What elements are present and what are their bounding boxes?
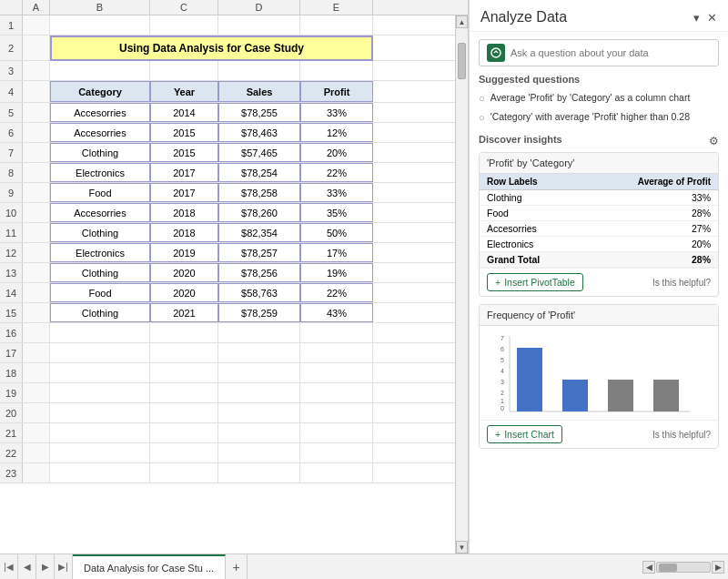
analyze-panel: Analyze Data ▾ ✕ Suggested questions — [469, 0, 728, 554]
insert-chart-button[interactable]: + Insert Chart — [487, 425, 562, 443]
vertical-scrollbar[interactable]: ▲ ▼ — [455, 15, 468, 554]
pivot-cell-accesorries-val: 27% — [583, 221, 718, 237]
suggested-question-2[interactable]: ○ 'Category' with average 'Profit' highe… — [479, 107, 719, 127]
row-num-4: 4 — [0, 81, 23, 102]
table-row: 2 Using Data Analysis for Case Study — [0, 36, 455, 61]
cell-a4[interactable] — [23, 81, 50, 102]
close-icon[interactable]: ✕ — [707, 11, 717, 25]
question-text-2: 'Category' with average 'Profit' higher … — [490, 111, 690, 122]
bar-chart-area: 7 6 5 4 3 2 1 0 — [480, 326, 718, 420]
hscroll-thumb[interactable] — [659, 564, 677, 572]
cell-d3[interactable] — [218, 61, 300, 80]
pivot-cell-clothing-val: 33% — [583, 190, 718, 206]
pivot-row-electronics: Electronics 20% — [480, 237, 718, 252]
table-row: 8 Electronics 2017 $78,254 22% — [0, 163, 455, 183]
insert-pivot-label: Insert PivotTable — [504, 277, 575, 288]
svg-text:2: 2 — [500, 390, 504, 396]
row-num-3: 3 — [0, 61, 23, 80]
table-row: 12 Electronics 2019 $78,257 17% — [0, 243, 455, 263]
table-row: 17 — [0, 343, 455, 363]
table-row: 1 — [0, 15, 455, 36]
cell-e1[interactable] — [300, 15, 373, 35]
cell-a3[interactable] — [23, 61, 50, 80]
col-header-year[interactable]: Year — [150, 81, 218, 102]
analyze-title: Analyze Data — [480, 9, 567, 25]
scrollbar-thumb[interactable] — [458, 43, 466, 79]
pivot-cell-electronics-label: Electronics — [480, 237, 583, 252]
ai-icon — [487, 44, 505, 62]
table-row: 11 Clothing 2018 $82,354 50% — [0, 223, 455, 243]
pivot-col-header-avg: Average of Profit — [583, 174, 718, 190]
chart-card-title: Frequency of 'Profit' — [480, 305, 718, 326]
bar-2 — [562, 380, 588, 411]
tab-nav-first[interactable]: |◀ — [0, 554, 18, 579]
col-header-c[interactable]: C — [150, 0, 218, 15]
table-row: 14 Food 2020 $58,763 22% — [0, 283, 455, 303]
analyze-body: Suggested questions ○ Average 'Profit' b… — [470, 32, 728, 554]
col-header-a[interactable]: A — [23, 0, 50, 15]
pivot-mini-table: Row Labels Average of Profit Clothing 33… — [480, 174, 718, 268]
table-row: 20 — [0, 403, 455, 423]
svg-text:6: 6 — [500, 346, 504, 352]
spreadsheet-container: A B C D E 1 2 — [0, 0, 469, 554]
add-sheet-button[interactable]: + — [226, 554, 248, 579]
plus-icon-chart: + — [495, 429, 500, 440]
col-header-b[interactable]: B — [50, 0, 150, 15]
chart-helpful-text: Is this helpful? — [652, 430, 711, 440]
col-header-e[interactable]: E — [300, 0, 373, 15]
pivot-cell-total-label: Grand Total — [480, 252, 583, 268]
col-header-sales[interactable]: Sales — [218, 81, 300, 102]
cell-b1[interactable] — [50, 15, 150, 35]
row-num-1: 1 — [0, 15, 23, 35]
cell-c1[interactable] — [150, 15, 218, 35]
svg-text:3: 3 — [500, 379, 504, 385]
pivot-card-title: 'Profit' by 'Category' — [480, 153, 718, 174]
pivot-row-food: Food 28% — [480, 206, 718, 221]
tab-nav-prev[interactable]: ◀ — [18, 554, 36, 579]
suggested-question-1[interactable]: ○ Average 'Profit' by 'Category' as a co… — [479, 88, 719, 107]
tab-nav-next[interactable]: ▶ — [36, 554, 55, 579]
table-row: 13 Clothing 2020 $78,256 19% — [0, 263, 455, 283]
search-input[interactable] — [511, 47, 711, 58]
tab-nav-last[interactable]: ▶| — [55, 554, 73, 579]
scroll-up-btn[interactable]: ▲ — [456, 15, 468, 28]
svg-text:7: 7 — [500, 335, 504, 341]
scroll-down-btn[interactable]: ▼ — [456, 541, 468, 554]
insert-pivot-table-button[interactable]: + Insert PivotTable — [487, 273, 583, 291]
pivot-cell-food-label: Food — [480, 206, 583, 221]
chevron-down-icon[interactable]: ▾ — [693, 11, 700, 25]
table-row: 16 — [0, 323, 455, 343]
sheet-rows: 1 2 Using Data Analysis for Case Study 3 — [0, 15, 455, 554]
cell-a2[interactable] — [23, 36, 50, 60]
main-area: A B C D E 1 2 — [0, 0, 728, 554]
bar-1 — [517, 348, 542, 411]
chart-insight-card: Frequency of 'Profit' 7 6 5 4 3 2 1 0 — [479, 304, 719, 449]
gear-icon[interactable]: ⚙ — [709, 135, 719, 147]
row-num-2: 2 — [0, 36, 23, 60]
hscroll-left[interactable]: ◀ — [642, 561, 655, 574]
hscroll-track[interactable] — [656, 562, 711, 573]
col-header-category[interactable]: Category — [50, 81, 150, 102]
table-row: 7 Clothing 2015 $57,465 20% — [0, 143, 455, 163]
pivot-cell-clothing-label: Clothing — [480, 190, 583, 206]
cell-d1[interactable] — [218, 15, 300, 35]
search-box[interactable] — [479, 39, 719, 66]
cell-e3[interactable] — [300, 61, 373, 80]
cell-a1[interactable] — [23, 15, 50, 35]
svg-text:4: 4 — [500, 368, 504, 374]
pivot-cell-electronics-val: 20% — [583, 237, 718, 252]
col-headers: A B C D E — [0, 0, 468, 15]
cell-c3[interactable] — [150, 61, 218, 80]
bar-4 — [653, 380, 679, 411]
svg-point-0 — [491, 48, 500, 57]
hscroll-right[interactable]: ▶ — [712, 561, 724, 574]
table-row: 22 — [0, 443, 455, 463]
sheet-tab-active[interactable]: Data Analysis for Case Stu ... — [73, 554, 226, 579]
lamp-icon-2: ○ — [479, 112, 485, 123]
svg-text:1: 1 — [500, 398, 504, 404]
col-header-profit[interactable]: Profit — [300, 81, 373, 102]
cell-b3[interactable] — [50, 61, 150, 80]
col-header-d[interactable]: D — [218, 0, 300, 15]
plus-icon: + — [495, 277, 500, 288]
question-text-1: Average 'Profit' by 'Category' as a colu… — [490, 92, 691, 103]
